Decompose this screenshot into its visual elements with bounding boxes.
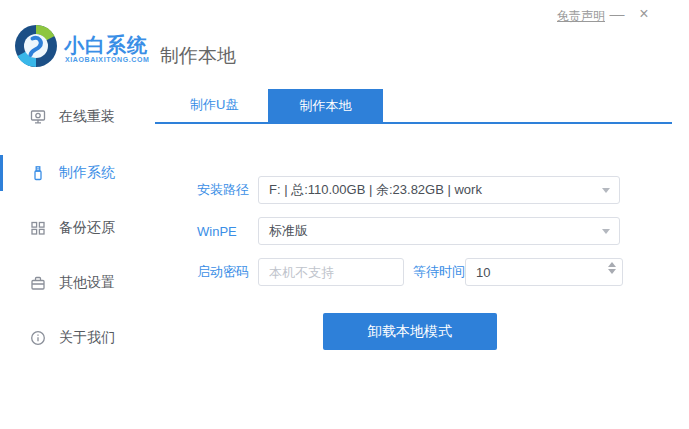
tab-make-usb[interactable]: 制作U盘 xyxy=(190,96,238,114)
toolbox-icon xyxy=(30,275,46,291)
sidebar-item-online-reinstall[interactable]: 在线重装 xyxy=(0,99,150,135)
winpe-row: WinPE 标准版 xyxy=(197,217,620,245)
sidebar-item-make-system[interactable]: 制作系统 xyxy=(0,155,150,191)
sidebar-item-label: 在线重装 xyxy=(59,108,115,126)
uninstall-local-mode-button[interactable]: 卸载本地模式 xyxy=(323,313,497,350)
sidebar-item-label: 关于我们 xyxy=(59,329,115,347)
chevron-down-icon xyxy=(602,188,610,193)
disclaimer-link[interactable]: 免责声明 xyxy=(557,8,605,25)
tab-make-local[interactable]: 制作本地 xyxy=(268,89,383,123)
stepper-up-icon[interactable] xyxy=(608,262,616,267)
tab-underline xyxy=(155,122,672,124)
chevron-down-icon xyxy=(602,229,610,234)
winpe-select[interactable]: 标准版 xyxy=(258,217,620,245)
monitor-reinstall-icon xyxy=(30,109,46,125)
app-window: 免责声明 — × 小白系统 XIAOBAIXITONG.COM 制作本地 在线重… xyxy=(0,0,689,429)
boot-password-row: 启动密码 等待时间 xyxy=(197,258,623,286)
sidebar-item-backup-restore[interactable]: 备份还原 xyxy=(0,210,150,246)
sidebar-item-about-us[interactable]: 关于我们 xyxy=(0,320,150,356)
minimize-button[interactable]: — xyxy=(607,4,627,24)
stepper-arrows xyxy=(608,262,616,274)
stepper-down-icon[interactable] xyxy=(608,269,616,274)
app-logo-icon xyxy=(13,23,59,69)
winpe-label: WinPE xyxy=(197,224,258,239)
backup-grid-icon xyxy=(30,220,46,236)
close-button[interactable]: × xyxy=(634,4,654,24)
install-path-value: F: | 总:110.00GB | 余:23.82GB | work xyxy=(269,181,482,199)
sidebar-item-label: 其他设置 xyxy=(59,274,115,292)
info-circle-icon xyxy=(30,330,46,346)
winpe-value: 标准版 xyxy=(269,222,308,240)
wait-time-label: 等待时间 xyxy=(413,263,465,281)
brand-name: 小白系统 xyxy=(64,32,148,59)
boot-password-input[interactable] xyxy=(258,258,404,286)
brand-domain: XIAOBAIXITONG.COM xyxy=(65,56,149,63)
sidebar-item-label: 制作系统 xyxy=(59,164,115,182)
install-path-select[interactable]: F: | 总:110.00GB | 余:23.82GB | work xyxy=(258,176,620,204)
sidebar-item-other-settings[interactable]: 其他设置 xyxy=(0,265,150,301)
wait-time-stepper xyxy=(465,258,623,286)
sidebar-item-label: 备份还原 xyxy=(59,219,115,237)
install-path-label: 安装路径 xyxy=(197,181,258,199)
wait-time-input[interactable] xyxy=(465,258,623,286)
page-title: 制作本地 xyxy=(160,43,236,69)
install-path-row: 安装路径 F: | 总:110.00GB | 余:23.82GB | work xyxy=(197,176,620,204)
usb-drive-icon xyxy=(30,165,46,181)
boot-password-label: 启动密码 xyxy=(197,263,258,281)
